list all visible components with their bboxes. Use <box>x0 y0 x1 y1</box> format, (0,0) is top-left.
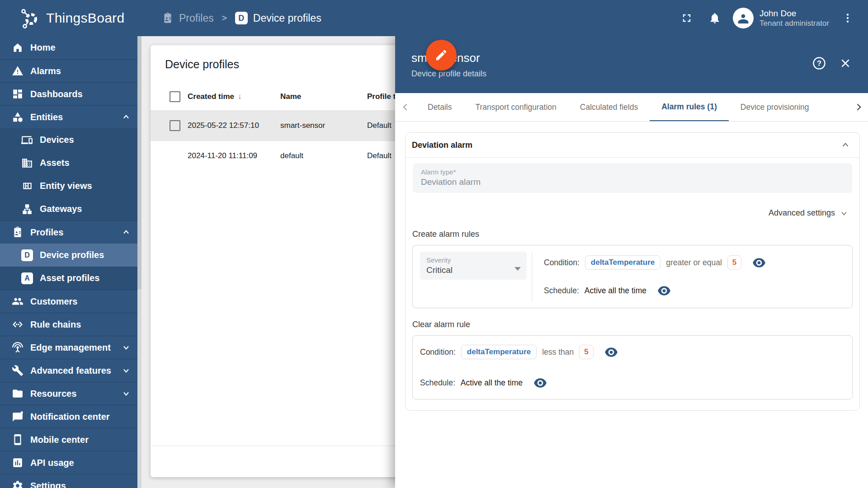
user-meta[interactable]: John Doe Tenant administrator <box>760 8 829 28</box>
sidebar-item-edge-management[interactable]: Edge management <box>0 336 142 359</box>
sidebar-scrollbar-thumb[interactable] <box>137 36 142 289</box>
section-divider <box>406 157 859 158</box>
device-profile-details-drawer: smart-sensor Device profile details ? De… <box>395 36 868 488</box>
view-schedule-eye-icon[interactable] <box>657 286 671 296</box>
severity-select[interactable]: Severity Critical <box>420 252 527 280</box>
rule-chain-icon <box>11 318 24 331</box>
breadcrumb: Profiles > D Device profiles <box>162 12 321 24</box>
sidebar-item-customers[interactable]: Customers <box>0 290 142 313</box>
folder-icon <box>11 387 24 400</box>
breadcrumb-profiles[interactable]: Profiles <box>162 12 214 24</box>
pencil-icon <box>434 48 448 62</box>
select-all-checkbox[interactable] <box>170 91 180 102</box>
condition-value-chip[interactable]: 5 <box>727 255 741 270</box>
drawer-header: smart-sensor Device profile details ? <box>395 36 868 93</box>
antenna-icon <box>11 341 24 354</box>
sidebar-item-mobile-center[interactable]: Mobile center <box>0 428 142 451</box>
view-condition-eye-icon[interactable] <box>604 347 618 357</box>
schedule-label: Schedule: <box>420 378 455 388</box>
condition-key-chip[interactable]: deltaTemperature <box>461 345 537 359</box>
tab-alarm-rules-1[interactable]: Alarm rules (1) <box>650 93 729 121</box>
category-icon <box>11 111 24 123</box>
view-schedule-eye-icon[interactable] <box>533 378 547 388</box>
sidebar-item-settings[interactable]: Settings <box>0 474 142 488</box>
alarm-section-title: Deviation alarm <box>412 141 472 150</box>
alarm-type-label: Alarm type* <box>421 168 844 176</box>
column-name[interactable]: Name <box>280 92 367 101</box>
column-created-time[interactable]: Created time <box>188 92 234 101</box>
sidebar-scrollbar[interactable] <box>137 36 142 488</box>
chevron-down-icon <box>122 343 131 352</box>
sidebar-item-device-profiles[interactable]: D Device profiles <box>0 244 142 267</box>
sidebar-item-devices[interactable]: Devices <box>0 128 142 151</box>
user-role: Tenant administrator <box>760 19 829 28</box>
sidebar-item-profiles[interactable]: Profiles <box>0 221 142 244</box>
sort-desc-icon[interactable]: ↓ <box>238 92 242 101</box>
tabs-scroll-left-icon[interactable] <box>395 93 416 121</box>
sidebar-item-api-usage[interactable]: API usage <box>0 451 142 474</box>
sidebar-item-entities[interactable]: Entities <box>0 105 142 128</box>
sidebar-item-alarms[interactable]: Alarms <box>0 59 142 82</box>
advanced-settings-toggle[interactable]: Advanced settings <box>406 208 849 218</box>
deviation-alarm-card: Deviation alarm Alarm type* Deviation al… <box>405 132 860 411</box>
devices-icon <box>21 134 33 146</box>
close-icon[interactable] <box>838 56 853 70</box>
profiles-icon <box>162 12 174 24</box>
sidebar-item-gateways[interactable]: Gateways <box>0 197 142 221</box>
row-checkbox[interactable] <box>170 120 180 131</box>
domain-icon <box>21 157 33 169</box>
schedule-value: Active all the time <box>461 378 523 388</box>
avatar[interactable] <box>733 8 754 28</box>
breadcrumb-device-profiles[interactable]: D Device profiles <box>235 12 321 24</box>
sidebar-item-dashboards[interactable]: Dashboards <box>0 82 142 105</box>
alarm-type-field[interactable]: Alarm type* Deviation alarm <box>413 163 852 193</box>
fullscreen-icon[interactable] <box>680 12 693 24</box>
chevron-up-icon <box>122 113 131 122</box>
create-alarm-rules-label: Create alarm rules <box>412 230 859 239</box>
condition-label: Condition: <box>420 347 456 357</box>
sidebar-item-resources[interactable]: Resources <box>0 382 142 405</box>
tab-device-provisioning[interactable]: Device provisioning <box>729 93 821 121</box>
sidebar-item-notification-center[interactable]: Notification center <box>0 405 142 428</box>
more-vertical-icon[interactable] <box>842 12 854 24</box>
drawer-body: Deviation alarm Alarm type* Deviation al… <box>395 122 868 411</box>
tab-details[interactable]: Details <box>416 93 464 121</box>
sidebar-item-rule-chains[interactable]: Rule chains <box>0 313 142 336</box>
header-actions: John Doe Tenant administrator <box>680 8 868 28</box>
chevron-down-icon <box>840 209 849 218</box>
gear-icon <box>11 479 24 488</box>
condition-operator: less than <box>542 347 574 357</box>
app-header: ThingsBoard Profiles > D Device profiles <box>0 0 868 36</box>
wrench-icon <box>11 364 24 377</box>
help-icon[interactable]: ? <box>812 56 826 70</box>
condition-key-chip[interactable]: deltaTemperature <box>585 255 660 270</box>
view-condition-eye-icon[interactable] <box>752 258 766 268</box>
badge-icon <box>11 226 24 239</box>
thingsboard-logo[interactable]: ThingsBoard <box>0 7 144 29</box>
dashboard-icon <box>11 88 24 100</box>
dropdown-caret-icon <box>514 267 521 271</box>
app-title: ThingsBoard <box>46 10 124 26</box>
chevron-down-icon <box>122 389 131 398</box>
user-name: John Doe <box>760 8 829 19</box>
lan-icon <box>21 203 33 215</box>
sidebar-item-asset-profiles[interactable]: A Asset profiles <box>0 267 142 290</box>
letter-A-icon: A <box>21 272 33 284</box>
sidebar-item-entity-views[interactable]: Entity views <box>0 174 142 197</box>
condition-label: Condition: <box>544 258 580 267</box>
severity-label: Severity <box>426 256 520 264</box>
notifications-bell-icon[interactable] <box>708 12 721 24</box>
collapse-chevron-up-icon[interactable] <box>840 140 850 150</box>
tabs-scroll-right-icon[interactable] <box>849 93 868 121</box>
clear-alarm-rule-box: Condition: deltaTemperature less than 5 … <box>412 335 853 399</box>
sidebar: Home Alarms Dashboards Entities Devices … <box>0 36 142 488</box>
chevron-down-icon <box>122 366 131 375</box>
sidebar-item-assets[interactable]: Assets <box>0 151 142 174</box>
sidebar-item-advanced-features[interactable]: Advanced features <box>0 359 142 382</box>
condition-value-chip[interactable]: 5 <box>579 345 593 359</box>
tab-calculated-fields[interactable]: Calculated fields <box>568 93 650 121</box>
view-quilt-icon <box>21 180 33 192</box>
tab-transport-configuration[interactable]: Transport configuration <box>464 93 568 121</box>
edit-fab-button[interactable] <box>426 40 457 70</box>
sidebar-item-home[interactable]: Home <box>0 36 142 59</box>
